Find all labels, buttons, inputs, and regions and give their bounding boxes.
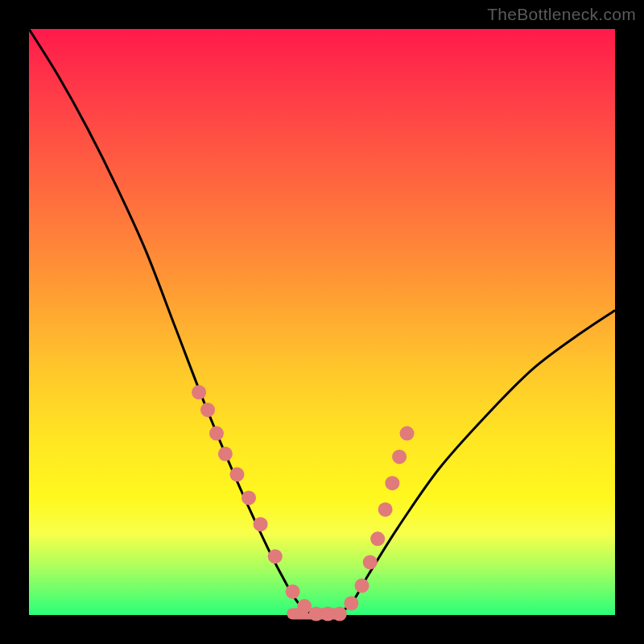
highlight-dot — [355, 579, 369, 593]
highlight-dot — [268, 549, 283, 564]
highlight-dot — [363, 555, 378, 569]
plot-area — [29, 29, 615, 615]
highlight-dot — [400, 426, 415, 440]
highlight-dot — [200, 402, 215, 417]
highlight-dot — [254, 517, 268, 531]
highlight-dot — [229, 467, 244, 481]
highlight-dot — [378, 502, 393, 517]
highlight-dot — [344, 596, 358, 610]
highlight-dot — [242, 490, 256, 505]
highlight-dot — [370, 531, 385, 546]
highlight-dot — [286, 584, 300, 599]
watermark-label: TheBottleneck.com — [487, 5, 636, 24]
highlight-dot — [218, 447, 233, 461]
highlight-dot — [332, 607, 347, 621]
bottleneck-curve — [29, 29, 615, 617]
highlight-dot — [392, 449, 407, 464]
highlight-dot — [209, 426, 224, 440]
chart-container: TheBottleneck.com — [0, 0, 644, 644]
curve-svg — [29, 29, 615, 615]
highlight-dot — [385, 476, 399, 490]
highlight-dot — [192, 385, 206, 399]
